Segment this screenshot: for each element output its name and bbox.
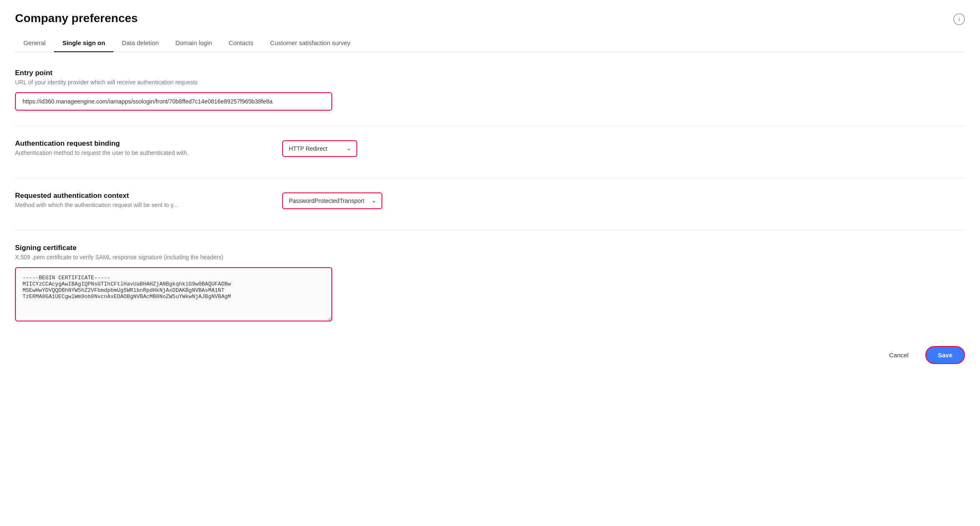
tab-data-deletion[interactable]: Data deletion [114,34,167,52]
auth-binding-select[interactable]: HTTP Redirect HTTP POST [282,140,357,157]
tabs-bar: General Single sign on Data deletion Dom… [15,34,965,52]
auth-context-dropdown-wrapper: PasswordProtectedTransport unspecified e… [282,192,382,209]
entry-point-input[interactable] [15,92,332,111]
entry-point-section: Entry point URL of your identity provide… [15,69,965,111]
auth-request-binding-section: Authentication request binding Authentic… [15,139,965,163]
tab-domain-login[interactable]: Domain login [167,34,220,52]
auth-binding-dropdown-wrapper: HTTP Redirect HTTP POST [282,140,357,157]
divider-2 [15,178,965,178]
certificate-textarea[interactable]: -----BEGIN CERTIFICATE----- MIICYzCCAcyg… [15,267,332,321]
save-button[interactable]: Save [925,346,965,364]
divider-1 [15,126,965,126]
entry-point-label: Entry point [15,69,965,77]
auth-context-label: Requested authentication context [15,192,265,200]
auth-binding-control: HTTP Redirect HTTP POST [282,139,357,157]
signing-cert-label: Signing certificate [15,244,965,252]
info-icon[interactable]: i [953,13,965,25]
auth-context-row: Requested authentication context Method … [15,192,965,215]
entry-point-description: URL of your identity provider which will… [15,79,965,86]
tab-customer-satisfaction-survey[interactable]: Customer satisfaction survey [262,34,359,52]
footer-actions: Cancel Save [15,339,965,364]
auth-binding-label: Authentication request binding [15,139,265,148]
auth-context-description: Method with which the authentication req… [15,202,265,208]
auth-context-select[interactable]: PasswordProtectedTransport unspecified e… [282,192,382,209]
page-container: Company preferences i General Single sig… [0,0,980,526]
auth-context-control: PasswordProtectedTransport unspecified e… [282,192,382,209]
requested-auth-context-section: Requested authentication context Method … [15,192,965,215]
tab-contacts[interactable]: Contacts [220,34,262,52]
auth-binding-description: Authentication method to request the use… [15,149,265,156]
auth-binding-row: Authentication request binding Authentic… [15,139,965,163]
signing-certificate-section: Signing certificate X.509 .pem certifica… [15,244,965,323]
tab-single-sign-on[interactable]: Single sign on [54,34,114,52]
tab-general[interactable]: General [15,34,54,52]
auth-binding-text: Authentication request binding Authentic… [15,139,265,163]
divider-3 [15,230,965,230]
auth-context-text: Requested authentication context Method … [15,192,265,215]
page-title: Company preferences [15,12,138,25]
signing-cert-description: X.509 .pem certificate to verify SAML re… [15,254,965,260]
cancel-button[interactable]: Cancel [879,347,919,363]
page-header: Company preferences i [15,12,965,25]
